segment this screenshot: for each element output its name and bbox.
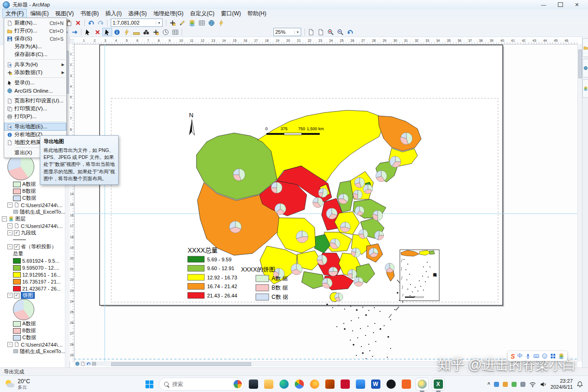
clock[interactable]: 23:27 2024/6/11 [550,378,573,390]
menubar-item-9[interactable]: 帮助(H) [244,9,270,19]
pause-drawing-button[interactable] [92,361,96,366]
toc-row-layer-9[interactable]: −✓省（等积投影） [0,243,65,250]
weather-widget[interactable]: 20°C 多云 [0,379,35,390]
file-menu-item-1[interactable]: 打开(O)...Ctrl+O [4,27,66,35]
taskbar-task-view-icon[interactable] [247,378,259,390]
toc-row-swatch-14[interactable]: 16.735197 - 21... [0,278,65,285]
taskbar-arcmap-icon[interactable] [416,378,429,391]
file-menu-item-3[interactable]: 另存为(A)... [4,43,66,51]
table-button[interactable] [197,19,207,27]
toc-row-swatch-19[interactable]: B数据 [0,327,65,334]
taskbar-file-explorer-icon[interactable] [263,378,275,390]
expand-collapse-icon[interactable]: − [7,202,13,208]
undo-button[interactable] [86,19,96,27]
toc-row-leaf-22[interactable]: 随机生成_ExcelTo... [0,348,65,355]
minimize-button[interactable]: — [535,0,552,9]
search-panel-tab[interactable] [582,59,588,77]
layer-checkbox[interactable]: ✓ [14,230,19,236]
toc-row-swatch-12[interactable]: 9.595070 - 12.... [0,264,65,271]
tray-app-icon-3[interactable] [512,382,517,387]
catalog-panel-tab[interactable] [582,38,588,57]
input-mode-indicator[interactable]: 中 [517,352,523,360]
data-view-button[interactable] [75,361,80,366]
search-input[interactable] [171,380,231,388]
toc-row-swatch-15[interactable]: 21.423677 - 26... [0,285,65,292]
toolbox-icon[interactable] [558,353,564,359]
menubar-item-5[interactable]: 选择(S) [125,9,150,19]
redo-button[interactable] [96,19,106,27]
go-to-xy-button[interactable] [151,28,161,36]
layout-view-button[interactable] [81,361,85,366]
menubar-item-3[interactable]: 书签(B) [77,9,102,19]
file-menu-item-6[interactable]: 共享为(H)▶ [4,61,66,69]
zoom-whole-page-button[interactable] [306,28,316,36]
restore-button[interactable] [552,0,569,9]
identify-button[interactable] [112,28,122,36]
toc-row-linesym[interactable] [0,236,65,243]
file-menu-item-16[interactable]: 导出地图(E)... [4,123,66,131]
volume-icon[interactable] [540,381,547,388]
layout-zoom-in-button[interactable] [326,28,335,36]
toc-row-node-21[interactable]: −C:\Users\24744\Doc... [0,341,65,348]
taskbar-netdisk-icon[interactable] [354,378,367,390]
clear-selection-button[interactable] [93,28,102,36]
notification-bell-icon[interactable] [576,381,583,388]
refresh-view-button[interactable] [86,361,91,366]
sogou-logo[interactable]: S [511,353,515,360]
taskbar-word-icon[interactable]: W [370,378,382,390]
hyperlink-button[interactable] [122,28,132,36]
menubar-item-8[interactable]: 窗口(W) [218,9,244,19]
delete-button[interactable] [73,19,83,27]
expand-collapse-icon[interactable]: − [7,223,13,228]
editor-pencil-button[interactable] [177,19,187,27]
expand-collapse-icon[interactable]: − [2,216,7,221]
lightning-button[interactable] [216,19,226,27]
toc-row-layer-7[interactable]: −✓九段线 [0,229,65,236]
layout-zoom-combobox[interactable]: 25%▼ [273,28,301,36]
hidden-icons-chevron[interactable]: ^ [487,382,490,387]
south-china-sea-inset[interactable]: 南海诸岛 [400,250,439,301]
taskbar-qq-icon[interactable] [385,378,397,390]
layers-button[interactable] [187,19,197,27]
menubar-item-6[interactable]: 地理处理(G) [150,9,187,19]
skin-grid-icon[interactable] [550,353,556,359]
select-elements-button[interactable] [102,28,112,36]
toc-row-swatch-18[interactable]: A数据 [0,320,65,327]
layer-checkbox[interactable]: ✓ [14,244,19,250]
tray-app-icon-2[interactable] [503,382,508,387]
taskbar-excel-icon[interactable]: X [432,378,445,391]
file-menu-item-14[interactable]: 打印(P)... [4,113,66,120]
forward-button[interactable] [70,28,80,36]
open-table-button[interactable] [171,28,180,36]
toc-row-text-10[interactable]: 总量 [0,250,65,257]
keyboard-icon[interactable] [533,353,539,359]
file-menu-item-0[interactable]: 新建(N)...Ctrl+N [4,19,66,27]
layout-view[interactable]: N 0 375 750 1,500 km XXXX总量 5.69 - 9.59 … [74,44,577,361]
toc-row-leaf-4[interactable]: 随机生成_ExcelTo... [0,209,65,215]
close-button[interactable]: ✕ [569,0,585,9]
toc-row-swatch-11[interactable]: 5.691924 - 9.5... [0,257,65,264]
menubar-item-0[interactable]: 文件(F) [2,9,27,19]
file-menu-item-13[interactable]: 打印预览(V)... [4,105,66,113]
symbology-panel-tab[interactable] [582,79,588,98]
taskbar-matlab-icon[interactable] [324,378,336,390]
layer-checkbox[interactable]: ✓ [14,293,19,298]
taskbar-edge-icon[interactable] [278,378,290,390]
expand-collapse-icon[interactable]: − [7,230,13,235]
expand-collapse-icon[interactable]: − [7,293,13,298]
search-highlight-icon[interactable] [234,380,242,388]
toc-row-swatch-13[interactable]: 12.912951 - 16... [0,271,65,278]
layout-zoom-out-button[interactable] [335,28,345,36]
file-menu-item-9[interactable]: 登录(I)... [4,79,66,87]
menubar-item-2[interactable]: 视图(V) [52,9,77,19]
toc-row-swatch-20[interactable]: C数据 [0,334,65,341]
toc-row-node-5[interactable]: −图层 [0,215,65,222]
expand-collapse-icon[interactable]: − [7,342,13,347]
taskbar-search[interactable] [159,378,244,391]
refresh-button[interactable] [345,28,355,36]
tray-app-icon-4[interactable] [520,382,525,387]
taskbar-browser-icon[interactable] [400,378,412,390]
expand-collapse-icon[interactable]: − [7,244,13,249]
find-button[interactable] [141,28,151,36]
toc-row-node-6[interactable]: −C:\Users\24744\Des... [0,222,65,229]
